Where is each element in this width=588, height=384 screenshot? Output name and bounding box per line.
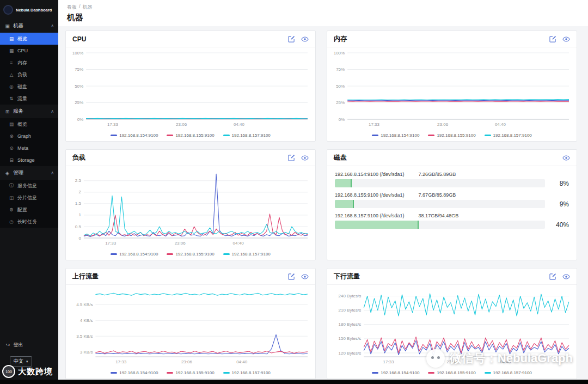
breadcrumb-machine: 机器 (83, 4, 93, 11)
view-chart-button[interactable] (301, 273, 309, 280)
breadcrumb-dashboard[interactable]: 看板 (67, 4, 77, 11)
card-title: 磁盘 (334, 153, 347, 162)
legend-item[interactable]: 192.168.8.154:9100 (372, 133, 419, 138)
card-header: 下行流量 (327, 269, 577, 285)
sidebar-item-cpu[interactable]: ▦ CPU (0, 45, 58, 57)
item-label: Graph (17, 133, 31, 139)
cpu-chart[interactable]: 0%25%50%75%100%17:3323:0604:40 (70, 48, 311, 129)
sidebar-section-machine[interactable]: ▣ 机器 ∧ (0, 19, 58, 33)
disk-usage-bar (335, 200, 545, 208)
sidebar-item-traffic[interactable]: ⇅ 流量 (0, 93, 58, 105)
sidebar-item-service-overview[interactable]: ▤ 概览 (0, 118, 58, 130)
sidebar-item-config[interactable]: ⚙ 配置 (0, 204, 58, 216)
edit-chart-button[interactable] (288, 273, 295, 280)
card-header: CPU (66, 31, 315, 47)
legend-item[interactable]: 192.168.8.154:9100 (111, 370, 158, 375)
legend-marker (372, 372, 378, 374)
view-chart-button[interactable] (562, 155, 570, 161)
page-title: 机器 (67, 13, 579, 23)
svg-text:120 Bytes/s: 120 Bytes/s (338, 351, 361, 356)
sidebar-item-load[interactable]: △ 负载 (0, 69, 58, 81)
card-actions (549, 273, 570, 280)
overview-icon: ▤ (9, 36, 14, 41)
card-grid: CPU 0%25%50%75%100%17:3323:0604:40 192.1… (58, 26, 588, 379)
item-label: CPU (17, 48, 28, 53)
legend-item[interactable]: 192.168.8.157:9100 (485, 133, 532, 138)
sidebar-section-service[interactable]: ⊞ 服务 ∧ (0, 105, 58, 118)
disk-bar-row: 8% (335, 179, 569, 187)
memory-chart[interactable]: 0%25%50%75%100%17:3323:0604:40 (332, 48, 572, 129)
item-label: 服务信息 (17, 182, 37, 190)
machine-icon: ▣ (4, 23, 10, 29)
eye-icon (562, 273, 570, 280)
config-icon: ⚙ (9, 207, 14, 212)
eye-icon (562, 155, 570, 161)
sidebar-item-memory[interactable]: ≡ 内存 (0, 57, 58, 69)
legend-label: 192.168.8.157:9100 (232, 252, 271, 257)
item-label: 概览 (17, 35, 27, 42)
sidebar-item-overview[interactable]: ▤ 概览 (0, 33, 58, 45)
legend-item[interactable]: 192.168.8.154:9100 (372, 370, 419, 375)
svg-text:04:40: 04:40 (234, 122, 245, 127)
legend-item[interactable]: 192.168.8.157:9100 (223, 370, 271, 375)
machine-menu: ▤ 概览 ▦ CPU ≡ 内存 △ 负载 ◎ 磁盘 ⇅ 流量 (0, 33, 58, 105)
legend-item[interactable]: 192.168.8.155:9100 (167, 370, 214, 375)
edit-chart-button[interactable] (288, 35, 295, 42)
svg-text:23:06: 23:06 (437, 122, 449, 127)
card-header: 磁盘 (327, 150, 577, 166)
sidebar-item-service-info[interactable]: ⓘ 服务信息 (0, 180, 58, 192)
view-chart-button[interactable] (562, 36, 570, 42)
legend-label: 192.168.8.157:9100 (232, 133, 271, 138)
sidebar-item-meta[interactable]: ⊙ Meta (0, 142, 58, 154)
svg-text:50%: 50% (75, 84, 83, 89)
legend-label: 192.168.8.157:9100 (232, 370, 271, 375)
overview-icon: ▤ (9, 121, 14, 127)
edit-icon (549, 35, 556, 42)
sidebar-item-long-tasks[interactable]: ◷ 长时任务 (0, 216, 58, 228)
item-label: 负载 (17, 71, 27, 78)
sidebar-item-graph[interactable]: ⊗ Graph (0, 130, 58, 142)
edit-chart-button[interactable] (549, 273, 556, 280)
view-chart-button[interactable] (301, 155, 309, 161)
legend-item[interactable]: 192.168.8.157:9100 (223, 133, 271, 138)
legend-item[interactable]: 192.168.8.157:9100 (485, 370, 532, 375)
chevron-up-icon: ∧ (51, 109, 54, 114)
upstream-chart[interactable]: 3 KB/s3.5 KB/s4 KB/s4.5 KB/s17:3323:0604… (70, 286, 311, 367)
card-actions (288, 35, 309, 42)
svg-text:4.5 KB/s: 4.5 KB/s (76, 302, 93, 307)
sidebar-item-disk[interactable]: ◎ 磁盘 (0, 81, 58, 93)
eye-icon (301, 273, 309, 280)
legend-item[interactable]: 192.168.8.154:9100 (111, 133, 158, 138)
legend-item[interactable]: 192.168.8.155:9100 (167, 252, 214, 257)
legend-marker (223, 253, 230, 255)
legend-marker (167, 135, 173, 136)
svg-text:23:06: 23:06 (181, 359, 193, 364)
legend-item[interactable]: 192.168.8.155:9100 (167, 133, 214, 138)
card-actions (288, 273, 309, 280)
card-actions (288, 154, 309, 161)
disk-usage-value: 7.67GB/85.89GB (419, 192, 456, 198)
item-label: 分片信息 (17, 194, 37, 202)
legend-label: 192.168.8.155:9100 (175, 370, 214, 375)
sidebar-item-partition-info[interactable]: ◫ 分片信息 (0, 192, 58, 204)
edit-chart-button[interactable] (288, 154, 295, 161)
sidebar-item-storage[interactable]: ⊟ Storage (0, 154, 58, 166)
logout-button[interactable]: ↪ 登出 (0, 339, 29, 350)
legend-item[interactable]: 192.168.8.154:9100 (111, 252, 158, 257)
management-menu: ⓘ 服务信息 ◫ 分片信息 ⚙ 配置 ◷ 长时任务 (0, 180, 58, 228)
view-chart-button[interactable] (301, 36, 309, 42)
load-chart[interactable]: 00.511.522.517:3323:0604:40 (70, 167, 311, 248)
legend-item[interactable]: 192.168.8.155:9100 (428, 370, 475, 375)
sidebar-section-management[interactable]: ◈ 管理 ∧ (0, 166, 58, 180)
disk-usage-bar (335, 221, 545, 229)
service-menu: ▤ 概览 ⊗ Graph ⊙ Meta ⊟ Storage (0, 118, 58, 166)
legend-item[interactable]: 192.168.8.157:9100 (223, 252, 271, 257)
legend-item[interactable]: 192.168.8.155:9100 (428, 133, 475, 138)
svg-text:2: 2 (78, 190, 81, 194)
section-label: 管理 (13, 169, 23, 176)
chevron-up-icon: ∧ (51, 170, 54, 175)
view-chart-button[interactable] (562, 273, 570, 280)
partition-info-icon: ◫ (9, 195, 14, 200)
edit-chart-button[interactable] (549, 35, 556, 42)
chart-legend: 192.168.8.154:9100 192.168.8.155:9100 19… (332, 129, 572, 141)
